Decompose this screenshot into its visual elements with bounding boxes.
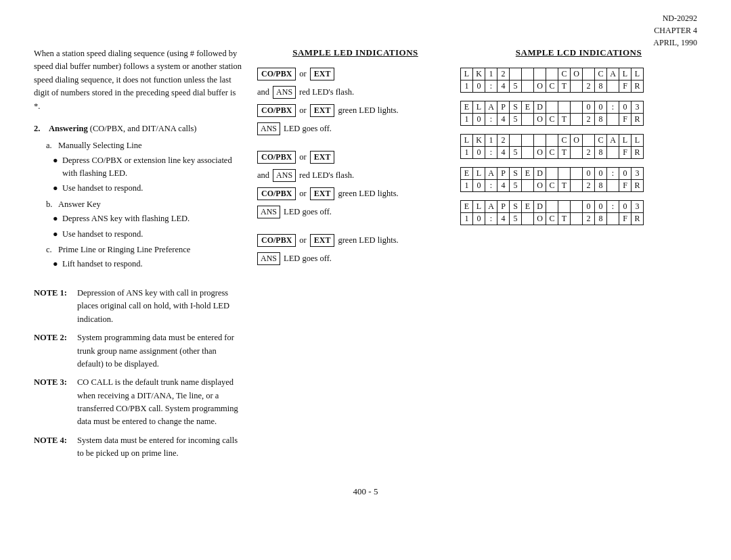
copbx-btn-1: CO/PBX xyxy=(257,68,296,80)
ans-btn-5: ANS xyxy=(257,252,280,265)
led-row-7: CO/PBX or EXT green LED lights. xyxy=(257,187,453,200)
subsection-a-label: a. Manually Selecting Line xyxy=(46,139,244,152)
led-column: SAMPLE LED INDICATIONS CO/PBX or EXT and… xyxy=(244,47,453,466)
ext-btn-5: EXT xyxy=(310,234,335,247)
lcd-display-4: ELAPSED00:03 10:45OCT28FR xyxy=(460,167,644,192)
led-heading: SAMPLE LED INDICATIONS xyxy=(257,47,453,58)
copbx-btn-2: CO/PBX xyxy=(257,104,296,117)
copbx-btn-5: CO/PBX xyxy=(257,234,296,247)
section-2-heading: 2. Answering (CO/PBX, and DIT/ANA calls) xyxy=(34,122,244,135)
ans-btn-4: ANS xyxy=(257,206,280,218)
bullet-b-2: ● Use handset to respond. xyxy=(53,228,244,241)
ext-btn-3: EXT xyxy=(310,151,335,164)
lcd-heading: SAMPLE LCD INDICATIONS xyxy=(460,47,697,58)
led-row-9: CO/PBX or EXT green LED lights. xyxy=(257,234,453,247)
led-row-10: ANS LED goes off. xyxy=(257,252,453,265)
page-number: 400 - 5 xyxy=(34,486,697,497)
subsection-c-title: Prime Line or Ringing Line Preference xyxy=(58,243,190,256)
bullet-c-1: ● Lift handset to respond. xyxy=(53,258,244,271)
led-row-3: CO/PBX or EXT green LED lights. xyxy=(257,104,453,117)
doc-number: ND-20292 xyxy=(653,12,697,24)
note-4: NOTE 4: System data must be entered for … xyxy=(34,434,244,461)
subsection-b-label: b. Answer Key xyxy=(46,198,244,211)
ans-btn-1: ANS xyxy=(273,86,296,99)
chapter: CHAPTER 4 xyxy=(653,24,697,37)
led-row-1: CO/PBX or EXT xyxy=(257,68,453,80)
led-row-5: CO/PBX or EXT xyxy=(257,151,453,164)
ext-btn-2: EXT xyxy=(310,104,335,117)
lcd-display-5: ELAPSED00:03 10:45OCT28FR xyxy=(460,200,644,225)
subsection-a: a. Manually Selecting Line ● Depress CO/… xyxy=(39,139,244,195)
subsection-c-label: c. Prime Line or Ringing Line Preference xyxy=(46,243,244,256)
subsection-b: b. Answer Key ● Depress ANS key with fla… xyxy=(39,198,244,241)
ext-btn-1: EXT xyxy=(310,68,335,80)
note-2: NOTE 2: System programming data must be … xyxy=(34,331,244,371)
note-3: NOTE 3: CO CALL is the default trunk nam… xyxy=(34,376,244,429)
subsection-b-title: Answer Key xyxy=(58,198,101,211)
date: APRIL, 1990 xyxy=(653,37,697,49)
section-num: 2. xyxy=(34,122,45,135)
page-header: ND-20292 CHAPTER 4 APRIL, 1990 xyxy=(653,12,697,49)
bullet-a-1: ● Depress CO/PBX or extension line key a… xyxy=(53,154,244,181)
ans-btn-2: ANS xyxy=(257,122,280,135)
lcd-display-1: LK12COCALL 10:45OCT28FR xyxy=(460,68,644,93)
section-title: Answering (CO/PBX, and DIT/ANA calls) xyxy=(49,122,196,135)
left-column: When a station speed dialing sequence (u… xyxy=(34,47,244,466)
bullet-a-2: ● Use handset to respond. xyxy=(53,182,244,195)
led-row-4: ANS LED goes off. xyxy=(257,122,453,135)
lcd-display-3: LK12COCALL 10:45OCT28FR xyxy=(460,134,644,159)
note-1: NOTE 1: Depression of ANS key with call … xyxy=(34,287,244,326)
bullet-b-1: ● Depress ANS key with flashing LED. xyxy=(53,212,244,225)
copbx-btn-4: CO/PBX xyxy=(257,187,296,200)
ans-btn-3: ANS xyxy=(273,169,296,182)
intro-paragraph: When a station speed dialing sequence (u… xyxy=(34,47,244,113)
copbx-btn-3: CO/PBX xyxy=(257,151,296,164)
subsection-c: c. Prime Line or Ringing Line Preference… xyxy=(39,243,244,271)
subsection-a-title: Manually Selecting Line xyxy=(58,139,142,152)
led-row-2: and ANS red LED's flash. xyxy=(257,86,453,99)
led-row-6: and ANS red LED's flash. xyxy=(257,169,453,182)
lcd-column: SAMPLE LCD INDICATIONS LK12COCALL 10:45O… xyxy=(453,47,697,466)
ext-btn-4: EXT xyxy=(310,187,335,200)
lcd-display-2: ELAPSED00:03 10:45OCT28FR xyxy=(460,101,644,126)
led-row-8: ANS LED goes off. xyxy=(257,206,453,218)
